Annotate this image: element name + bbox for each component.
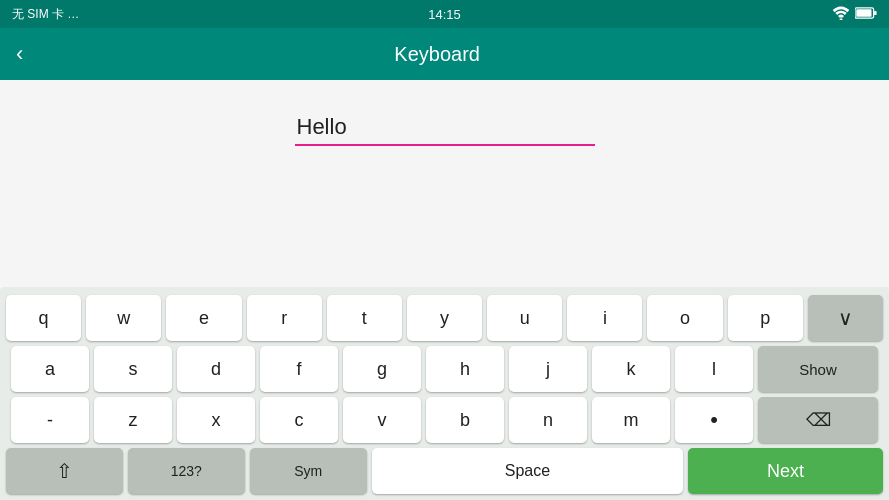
key-p[interactable]: p (728, 295, 803, 341)
status-icons (832, 6, 877, 23)
key-m[interactable]: m (592, 397, 670, 443)
key-h[interactable]: h (426, 346, 504, 392)
key-s[interactable]: s (94, 346, 172, 392)
key-n[interactable]: n (509, 397, 587, 443)
wifi-icon (832, 6, 850, 23)
key-space[interactable]: Space (372, 448, 684, 494)
key-t[interactable]: t (327, 295, 402, 341)
text-input[interactable] (295, 110, 595, 146)
key-show[interactable]: Show (758, 346, 878, 392)
key-row-2: a s d f g h j k l Show (6, 346, 883, 392)
key-y[interactable]: y (407, 295, 482, 341)
input-container (295, 110, 595, 146)
carrier-text: 无 SIM 卡 … (12, 6, 79, 23)
next-button[interactable]: Next (688, 448, 883, 494)
key-backspace[interactable]: ⌫ (758, 397, 878, 443)
key-q[interactable]: q (6, 295, 81, 341)
key-a[interactable]: a (11, 346, 89, 392)
key-dot[interactable]: • (675, 397, 753, 443)
key-f[interactable]: f (260, 346, 338, 392)
key-w[interactable]: w (86, 295, 161, 341)
key-o[interactable]: o (647, 295, 722, 341)
keyboard-rows: q w e r t y u i o p ∨ a s d f g h j k l … (6, 295, 883, 494)
key-d[interactable]: d (177, 346, 255, 392)
back-button[interactable]: ‹ (16, 43, 23, 65)
key-numbers[interactable]: 123? (128, 448, 245, 494)
key-j[interactable]: j (509, 346, 587, 392)
key-row-3: - z x c v b n m • ⌫ (6, 397, 883, 443)
key-v[interactable]: v (343, 397, 421, 443)
key-l[interactable]: l (675, 346, 753, 392)
app-title: Keyboard (39, 43, 835, 66)
key-x[interactable]: x (177, 397, 255, 443)
svg-rect-2 (856, 9, 871, 17)
time-display: 14:15 (428, 7, 461, 22)
key-g[interactable]: g (343, 346, 421, 392)
battery-icon (855, 6, 877, 22)
key-symbols[interactable]: Sym (250, 448, 367, 494)
key-c[interactable]: c (260, 397, 338, 443)
key-u[interactable]: u (487, 295, 562, 341)
svg-rect-3 (874, 11, 877, 15)
key-i[interactable]: i (567, 295, 642, 341)
key-b[interactable]: b (426, 397, 504, 443)
app-bar: ‹ Keyboard (0, 28, 889, 80)
key-k[interactable]: k (592, 346, 670, 392)
key-row-bottom: ⇧ 123? Sym Space Next (6, 448, 883, 494)
back-icon: ‹ (16, 41, 23, 66)
key-e[interactable]: e (166, 295, 241, 341)
status-bar: 无 SIM 卡 … 14:15 (0, 0, 889, 28)
key-r[interactable]: r (247, 295, 322, 341)
keyboard: q w e r t y u i o p ∨ a s d f g h j k l … (0, 287, 889, 500)
key-row-1: q w e r t y u i o p ∨ (6, 295, 883, 341)
key-z[interactable]: z (94, 397, 172, 443)
key-shift[interactable]: ⇧ (6, 448, 123, 494)
key-hide[interactable]: ∨ (808, 295, 883, 341)
key-dash[interactable]: - (11, 397, 89, 443)
svg-point-0 (840, 18, 843, 20)
